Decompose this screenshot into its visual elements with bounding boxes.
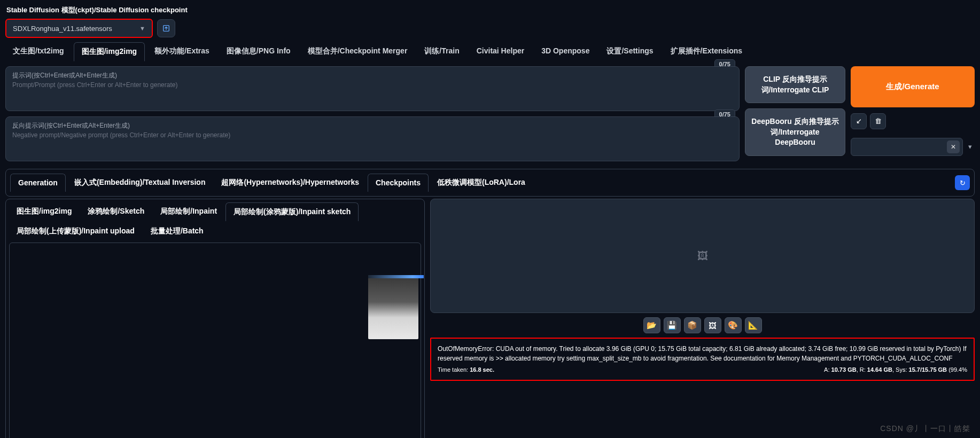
prompt-input[interactable]: 提示词(按Ctrl+Enter或Alt+Enter生成) Prompt/Prom… [5,66,740,111]
trash-icon[interactable]: 🗑 [870,113,886,129]
paintbrush-icon[interactable]: ↙ [851,113,867,129]
subtab-checkpoints[interactable]: Checkpoints [368,174,429,192]
mem-stats: A: 10.73 GB, R: 14.64 GB, Sys: 15.7/15.7… [824,365,967,374]
send-extras-icon[interactable]: 📐 [745,317,762,333]
subtab-hypernetworks[interactable]: 超网络(Hypernetworks)/Hypernetworks [214,174,367,192]
imgtab-inpaint-sketch[interactable]: 局部绘制(涂鸦蒙版)/Inpaint sketch [225,202,359,221]
save-icon[interactable]: 💾 [664,317,681,333]
tab-extras[interactable]: 额外功能/Extras [147,42,217,61]
source-image-thumbnail[interactable] [368,277,418,339]
tab-civitai[interactable]: Civitai Helper [469,42,532,61]
inpaint-canvas[interactable] [9,243,421,438]
negative-placeholder-en: Negative prompt/Negative prompt (press C… [12,131,733,139]
prompt-placeholder-en: Prompt/Prompt (press Ctrl+Enter or Alt+E… [12,81,733,89]
prompt-placeholder-zh: 提示词(按Ctrl+Enter或Alt+Enter生成) [12,71,733,80]
tab-train[interactable]: 训练/Train [417,42,466,61]
imgtab-inpaint[interactable]: 局部绘制/Inpaint [153,202,224,221]
refresh-networks-button[interactable]: ↻ [955,175,970,190]
subtab-generation[interactable]: Generation [10,174,66,192]
main-tabs: 文生图/txt2img 图生图/img2img 额外功能/Extras 图像信息… [0,42,980,62]
styles-caret-icon[interactable]: ▾ [965,143,975,151]
tab-pnginfo[interactable]: 图像信息/PNG Info [219,42,298,61]
subtab-embedding[interactable]: 嵌入式(Embedding)/Textual Inversion [67,174,213,192]
tab-openpose[interactable]: 3D Openpose [534,42,597,61]
imgtab-batch[interactable]: 批量处理/Batch [143,222,211,240]
tab-extensions[interactable]: 扩展插件/Extensions [663,42,750,61]
error-message-box: OutOfMemoryError: CUDA out of memory. Tr… [430,338,975,381]
negative-prompt-input[interactable]: 反向提示词(按Ctrl+Enter或Alt+Enter生成) Negative … [5,116,740,161]
error-text: OutOfMemoryError: CUDA out of memory. Tr… [438,344,967,363]
watermark: CSDN @丿丨一口丨皓桀 [880,424,970,434]
negative-placeholder-zh: 反向提示词(按Ctrl+Enter或Alt+Enter生成) [12,121,733,130]
generate-button[interactable]: 生成/Generate [851,66,975,107]
checkpoint-value: SDXLRonghua_v11.safetensors [13,25,112,33]
time-taken: Time taken: 16.8 sec. [438,365,494,374]
checkpoint-select[interactable]: SDXLRonghua_v11.safetensors ▼ [5,19,153,38]
tab-txt2img[interactable]: 文生图/txt2img [5,42,72,61]
checkpoint-label: Stable Diffusion 模型(ckpt)/Stable Diffusi… [0,0,980,17]
imgtab-inpaint-upload[interactable]: 局部绘制(上传蒙版)/Inpaint upload [9,222,142,240]
image-placeholder-icon: 🖼 [697,250,708,262]
img2img-mode-tabs: 图生图/img2img 涂鸦绘制/Sketch 局部绘制/Inpaint 局部绘… [9,202,421,240]
refresh-checkpoint-button[interactable] [157,19,175,37]
folder-icon[interactable]: 📂 [643,317,660,333]
clear-styles-icon[interactable]: ✕ [947,140,960,153]
zip-icon[interactable]: 📦 [684,317,701,333]
result-toolbar: 📂 💾 📦 🖼 🎨 📐 [430,317,975,333]
tab-img2img[interactable]: 图生图/img2img [74,42,145,61]
send-img2img-icon[interactable]: 🖼 [704,317,721,333]
imgtab-img2img[interactable]: 图生图/img2img [9,202,79,221]
styles-select[interactable] [851,138,963,156]
imgtab-sketch[interactable]: 涂鸦绘制/Sketch [80,202,152,221]
chevron-down-icon: ▼ [139,25,145,32]
interrogate-clip-button[interactable]: CLIP 反向推导提示词/Interrogate CLIP [745,66,845,103]
result-preview: 🖼 [430,199,975,313]
tab-settings[interactable]: 设置/Settings [599,42,660,61]
subtab-lora[interactable]: 低秩微调模型(LoRA)/Lora [430,174,533,192]
tab-merger[interactable]: 模型合并/Checkpoint Merger [300,42,415,61]
extra-network-tabs: Generation 嵌入式(Embedding)/Textual Invers… [9,173,971,193]
palette-icon[interactable]: 🎨 [725,317,742,333]
interrogate-deepbooru-button[interactable]: DeepBooru 反向推导提示词/Interrogate DeepBooru [745,108,845,156]
